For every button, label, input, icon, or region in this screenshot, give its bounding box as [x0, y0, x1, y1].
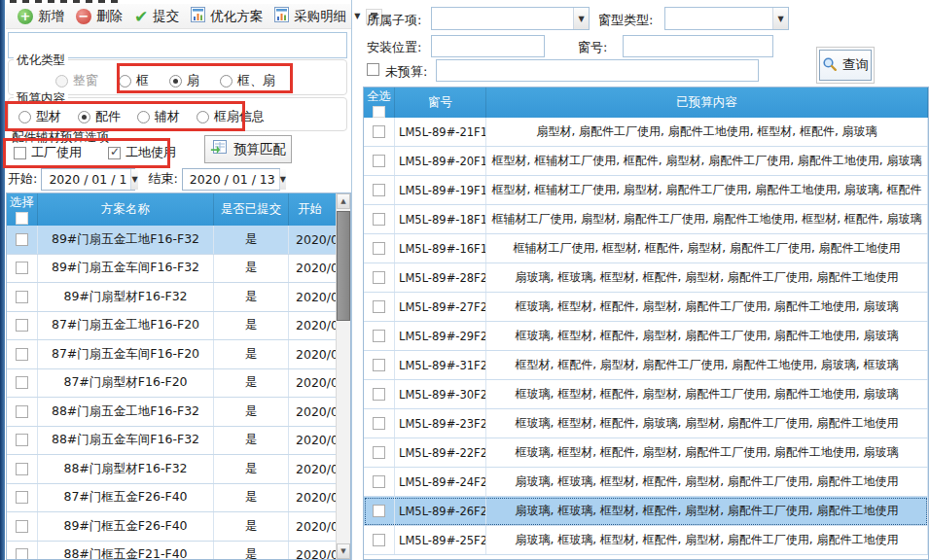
select-all-checkbox[interactable]	[16, 212, 28, 225]
row-checkbox[interactable]	[16, 548, 28, 560]
row-checkbox[interactable]	[16, 233, 28, 246]
row-checkbox[interactable]	[373, 213, 385, 226]
row-checkbox[interactable]	[373, 184, 385, 196]
row-checkbox[interactable]	[16, 491, 28, 504]
radio-whole-window[interactable]: 整窗	[55, 72, 98, 89]
window-row[interactable]: LM5L-89#-22F20框玻璃, 框型材, 框配件, 扇型材, 扇配件工厂使…	[364, 438, 928, 468]
row-checkbox[interactable]	[373, 330, 385, 342]
row-checkbox[interactable]	[373, 271, 385, 284]
optimize-plan-button[interactable]: 优化方案	[185, 5, 268, 27]
scroll-up-arrow-icon[interactable]: ▲	[337, 193, 350, 209]
row-checkbox[interactable]	[373, 446, 385, 459]
sub-item-combobox[interactable]: ▼	[431, 7, 590, 30]
radio-frame-sash[interactable]: 框、扇	[220, 72, 275, 89]
delete-button[interactable]: − 删除	[70, 6, 128, 27]
row-checkbox[interactable]	[16, 520, 28, 533]
window-row[interactable]: LM5L-89#-25F23扇玻璃, 框玻璃, 框型材, 框配件, 扇型材, 扇…	[364, 526, 928, 555]
radio-frame[interactable]: 框	[119, 72, 149, 89]
row-checkbox[interactable]	[373, 242, 385, 255]
window-row[interactable]: LM5L-89#-16F15框辅材工厂使用, 框型材, 框配件, 扇型材, 扇配…	[364, 234, 928, 263]
start-date-picker[interactable]: 2020 / 01 / 1 ▼	[41, 168, 135, 191]
chevron-down-icon[interactable]: ▼	[573, 8, 589, 29]
row-checkbox[interactable]	[373, 155, 385, 167]
scroll-down-arrow-icon[interactable]: ▼	[337, 543, 350, 559]
radio-profile[interactable]: 型材	[18, 108, 61, 125]
row-checkbox[interactable]	[16, 319, 28, 332]
scrollbar-thumb[interactable]	[337, 211, 350, 321]
plan-row[interactable]: 87#门扇五金工地F16-F20是2020/0	[7, 312, 350, 341]
window-row[interactable]: LM5L-89#-27F25框玻璃, 框型材, 框配件, 扇型材, 扇配件工厂使…	[364, 293, 928, 322]
row-checkbox[interactable]	[16, 262, 28, 274]
plan-row[interactable]: 89#门扇五金工地F16-F32是2020/0	[7, 226, 350, 255]
window-row[interactable]: LM5L-89#-19F17框型材, 框辅材工厂使用, 扇型材, 扇配件工厂使用…	[364, 176, 928, 205]
plan-table-scrollbar[interactable]: ▲ ▼	[336, 193, 350, 559]
column-header-window-no[interactable]: 窗号	[395, 88, 486, 118]
install-position-input[interactable]	[431, 35, 545, 57]
plan-row[interactable]: 89#门扇五金车间F16-F32是2020/0	[7, 255, 350, 284]
budget-match-button[interactable]: 预算匹配	[204, 135, 292, 163]
window-row[interactable]: LM5L-89#-28F26扇玻璃, 框玻璃, 框型材, 框配件, 扇型材, 扇…	[364, 263, 928, 293]
window-row[interactable]: LM5L-89#-20F18框型材, 框辅材工厂使用, 框配件, 扇型材, 扇配…	[364, 147, 928, 176]
end-date-picker[interactable]: 2020 / 01 / 13 ▼	[182, 168, 280, 191]
window-row[interactable]: LM5L-89#-31F29框型材, 框配件, 扇型材, 扇配件工厂使用, 扇配…	[364, 351, 928, 380]
window-row[interactable]: LM5L-89#-26F24扇玻璃, 框玻璃, 框型材, 框配件, 扇型材, 扇…	[364, 497, 928, 526]
window-row[interactable]: LM5L-89#-21F19扇型材, 扇配件工厂使用, 扇配件工地使用, 框型材…	[364, 118, 928, 147]
row-checkbox[interactable]	[16, 405, 28, 418]
plan-row[interactable]: 88#门扇五金车间F16-F32是2020/0	[7, 427, 350, 456]
chevron-down-icon[interactable]: ▼	[130, 169, 137, 190]
plan-row[interactable]: 87#门扇五金车间F16-F20是2020/0	[7, 340, 350, 369]
window-row[interactable]: LM5L-89#-23F21框玻璃, 框型材, 框配件, 扇玻璃, 扇型材, 扇…	[364, 409, 928, 438]
row-checkbox[interactable]	[373, 388, 385, 401]
end-date-value: 2020 / 01 / 13	[183, 172, 279, 187]
row-checkbox[interactable]	[16, 291, 28, 303]
row-checkbox[interactable]	[16, 434, 28, 446]
plan-row[interactable]: 87#门扇型材F16-F20是2020/0	[7, 369, 350, 399]
row-checkbox[interactable]	[16, 463, 28, 475]
row-checkbox[interactable]	[373, 475, 385, 488]
row-checkbox[interactable]	[373, 359, 385, 371]
query-button[interactable]: 查询	[819, 50, 872, 81]
checkbox-factory-use[interactable]: 工厂使用	[14, 144, 82, 161]
start-date-label: 开始:	[8, 170, 37, 188]
plan-name-cell: 87#门扇五金工地F16-F20	[38, 312, 214, 340]
row-checkbox[interactable]	[373, 125, 385, 138]
row-checkbox[interactable]	[16, 348, 28, 361]
plan-row[interactable]: 89#门扇型材F16-F32是2020/0	[7, 283, 350, 312]
chevron-down-icon[interactable]: ▼	[279, 169, 286, 190]
checkbox-site-use[interactable]: 工地使用	[108, 144, 176, 161]
row-checkbox[interactable]	[373, 300, 385, 313]
window-row[interactable]: LM5L-89#-24F22扇玻璃, 框玻璃, 框型材, 框配件, 扇型材, 扇…	[364, 468, 928, 497]
window-row[interactable]: LM5L-89#-30F28框玻璃, 框型材, 框配件, 扇型材, 扇配件工厂使…	[364, 380, 928, 409]
radio-sash[interactable]: 扇	[169, 72, 199, 89]
radio-accessory[interactable]: 配件	[78, 108, 121, 125]
column-header-select-all[interactable]: 全选	[364, 88, 395, 118]
select-all-checkbox[interactable]	[373, 106, 385, 118]
window-type-combobox[interactable]: ▼	[664, 7, 789, 30]
plan-row[interactable]: 88#门框五金F21-F40是2020/0	[7, 542, 350, 560]
row-checkbox[interactable]	[373, 534, 385, 546]
row-checkbox[interactable]	[16, 376, 28, 389]
column-header-submitted[interactable]: 是否已提交	[214, 193, 289, 226]
radio-icon	[119, 75, 131, 88]
purchase-detail-button[interactable]: 采购明细 ▼	[268, 5, 366, 27]
column-header-budgeted[interactable]: 已预算内容	[486, 88, 928, 118]
row-checkbox[interactable]	[373, 505, 385, 517]
window-row[interactable]: LM5L-89#-29F27框玻璃, 框型材, 框配件, 扇型材, 扇配件工厂使…	[364, 322, 928, 351]
radio-auxiliary[interactable]: 辅材	[137, 108, 180, 125]
no-budget-checkbox[interactable]	[367, 63, 379, 76]
chevron-down-icon[interactable]: ▼	[772, 8, 788, 29]
submit-button[interactable]: ✔ 提交	[128, 6, 185, 27]
no-budget-input[interactable]	[436, 59, 759, 82]
new-button[interactable]: + 新增	[12, 6, 70, 27]
plan-row[interactable]: 87#门框五金F26-F40是2020/0	[7, 484, 350, 513]
column-header-select[interactable]: 选择	[7, 193, 38, 226]
plan-row[interactable]: 89#门框五金F26-F40是2020/0	[7, 512, 350, 542]
plan-row[interactable]: 88#门扇五金工地F16-F32是2020/0	[7, 398, 350, 427]
row-checkbox[interactable]	[373, 417, 385, 430]
column-header-plan-name[interactable]: 方案名称	[38, 193, 214, 226]
radio-frame-sash-info[interactable]: 框扇信息	[197, 108, 265, 125]
start-date-value: 2020 / 01 / 1	[42, 172, 130, 187]
window-no-input[interactable]	[623, 35, 773, 57]
plan-row[interactable]: 88#门扇型材F16-F32是2020/0	[7, 455, 350, 484]
window-row[interactable]: LM5L-89#-18F16框辅材工厂使用, 扇型材, 扇配件工厂使用, 扇配件…	[364, 205, 928, 234]
